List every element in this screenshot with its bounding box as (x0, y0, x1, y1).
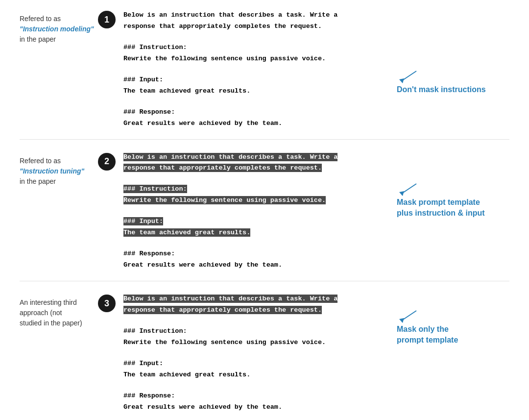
section-2-annotation: Mask prompt template plus instruction & … (397, 181, 505, 219)
section-2-badge: 2 (98, 153, 116, 171)
section-1-annotation: Don't mask instructions (397, 69, 505, 95)
svg-line-0 (402, 71, 416, 81)
svg-marker-3 (399, 191, 404, 196)
svg-marker-1 (399, 78, 404, 83)
section-1-badge: 1 (98, 11, 116, 28)
section-3-label: An interesting thirdapproach (notstudied… (20, 294, 98, 328)
svg-line-2 (402, 184, 416, 194)
section-2-label: Refered to as"Instruction tuning"in the … (20, 152, 98, 187)
section-1-label: Refered to as"Instruction modeling"in th… (20, 10, 98, 45)
section-3-annotation: Mask only the prompt template (397, 308, 505, 346)
svg-line-4 (402, 311, 416, 321)
svg-marker-5 (399, 318, 404, 323)
section-3-badge: 3 (98, 295, 116, 312)
